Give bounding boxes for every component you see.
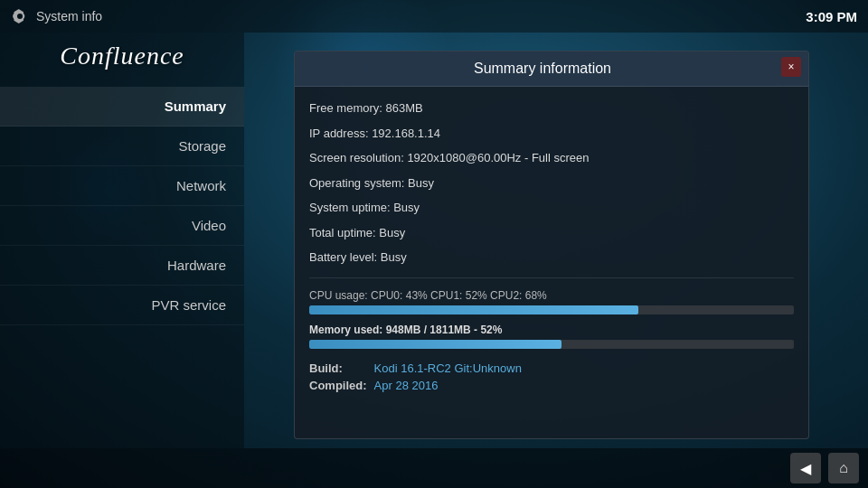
sidebar-item-pvr[interactable]: PVR service [0,286,244,325]
clock: 3:09 PM [806,9,857,24]
build-section: Build: Kodi 16.1-RC2 Git:Unknown Compile… [309,361,794,392]
dialog-close-button[interactable]: × [781,57,801,77]
cpu-section: CPU usage: CPU0: 43% CPU1: 52% CPU2: 68% [309,289,794,314]
app-logo: Confluence [60,42,184,70]
cpu-progress-fill [309,305,638,314]
gear-icon [11,7,29,25]
compiled-key: Compiled: [309,379,367,392]
dialog-body: Free memory: 863MB IP address: 192.168.1… [295,87,808,401]
back-button[interactable]: ◀ [790,453,821,483]
sidebar-items: Summary Storage Network Video Hardware P… [0,87,244,325]
build-key: Build: [309,361,367,375]
os-info: Operating system: Busy [309,174,794,192]
sidebar: Confluence Summary Storage Network Video… [0,33,244,448]
dialog-titlebar: Summary information × [295,52,808,87]
compiled-value: Apr 28 2016 [374,379,794,392]
divider-1 [309,277,794,278]
sidebar-item-video[interactable]: Video [0,206,244,246]
system-uptime-info: System uptime: Busy [309,199,794,217]
top-bar: System info 3:09 PM [0,0,868,33]
ip-address-info: IP address: 192.168.1.14 [309,125,794,143]
cpu-label: CPU usage: CPU0: 43% CPU1: 52% CPU2: 68% [309,289,794,302]
battery-info: Battery level: Busy [309,249,794,267]
total-uptime-info: Total uptime: Busy [309,224,794,242]
main-content: Summary information × Free memory: 863MB… [244,33,868,448]
sidebar-item-storage[interactable]: Storage [0,127,244,166]
memory-progress-fill [309,340,561,349]
bottom-bar: ◀ ⌂ [0,448,868,488]
summary-dialog: Summary information × Free memory: 863MB… [294,51,809,439]
home-button[interactable]: ⌂ [828,453,859,483]
top-bar-left: System info [11,7,102,25]
memory-label: Memory used: 948MB / 1811MB - 52% [309,324,794,336]
sidebar-item-summary[interactable]: Summary [0,87,244,127]
memory-section: Memory used: 948MB / 1811MB - 52% [309,324,794,349]
memory-progress-bg [309,340,794,349]
cpu-progress-bg [309,305,794,314]
dialog-title: Summary information [474,61,611,76]
sidebar-item-hardware[interactable]: Hardware [0,246,244,286]
free-memory-info: Free memory: 863MB [309,99,794,117]
sidebar-item-network[interactable]: Network [0,166,244,206]
app-title: System info [36,9,102,23]
screen-resolution-info: Screen resolution: 1920x1080@60.00Hz - F… [309,149,794,167]
build-value: Kodi 16.1-RC2 Git:Unknown [374,361,794,375]
